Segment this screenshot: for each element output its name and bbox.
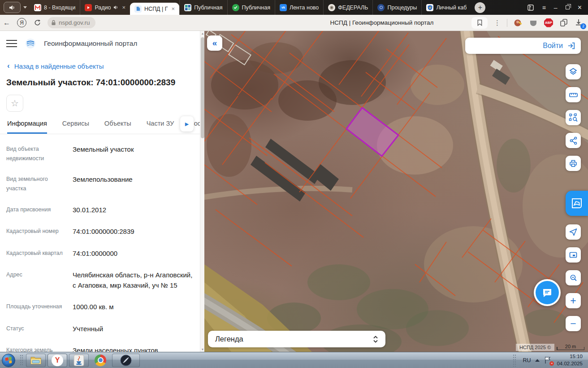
tab-title: Лента ново xyxy=(290,4,319,11)
extension-tabs-icon[interactable] xyxy=(559,18,568,27)
search-on-map-button[interactable] xyxy=(566,270,581,285)
panel-tabs: Информация Сервисы Объекты Части ЗУ Сост… xyxy=(0,112,200,134)
panel-scrollbar[interactable]: ▲ ▼ xyxy=(200,31,204,352)
tab-close-icon[interactable]: × xyxy=(122,4,125,11)
minus-icon: − xyxy=(570,318,576,330)
tray-date: 04.02.2025 xyxy=(557,360,583,368)
browser-window: 8 - Входящи Радио × НСПД | Г × xyxy=(0,0,588,368)
tab-audio-icon[interactable] xyxy=(113,5,118,10)
quill-app-icon xyxy=(120,355,132,366)
tab-mail[interactable]: 8 - Входящи xyxy=(30,0,80,15)
explorer-icon xyxy=(30,355,42,365)
extension-avatar-icon[interactable] xyxy=(514,18,523,27)
tab-title: Публичная xyxy=(194,4,222,11)
field-row: Площадь уточненная1000.00 кв. м xyxy=(6,296,194,318)
zoom-out-button[interactable]: − xyxy=(566,316,581,331)
collapse-panel-button[interactable]: « xyxy=(207,35,222,51)
taskbar-java-button[interactable] xyxy=(69,354,89,367)
window-close-button[interactable]: × xyxy=(578,4,582,11)
tab-services[interactable]: Сервисы xyxy=(62,120,89,134)
alert-badge: × xyxy=(549,361,554,366)
downloads-button[interactable]: 2 xyxy=(575,18,584,27)
taskbar-clock[interactable]: 15:10 04.02.2025 xyxy=(557,353,585,367)
action-center-flag-icon[interactable]: × xyxy=(544,356,552,364)
field-label: Вид земельного участка xyxy=(6,175,68,193)
extension-pocket-icon[interactable] xyxy=(529,18,538,27)
tab-pkk1[interactable]: Публичная xyxy=(179,0,227,15)
chat-widget-button[interactable] xyxy=(534,279,561,306)
tab-federal[interactable]: ФЕДЕРАЛЬ xyxy=(323,0,372,15)
windows-taskbar: Y RU xyxy=(0,352,588,368)
more-menu-icon[interactable]: ⋮ xyxy=(494,19,501,27)
taskbar-yandex-button[interactable]: Y xyxy=(48,354,67,367)
scale-bar: 20 m xyxy=(557,344,584,350)
global-mute-button[interactable] xyxy=(4,2,21,13)
share-button[interactable] xyxy=(566,133,581,148)
field-row: Вид объекта недвижимостиЗемельный участо… xyxy=(6,139,194,169)
tab-information[interactable]: Информация xyxy=(7,120,47,134)
minimap-button[interactable] xyxy=(566,247,581,263)
field-row: АдресЧелябинская область, р-н Агаповский… xyxy=(6,264,194,296)
tab-pkk2[interactable]: Публичная xyxy=(227,0,275,15)
info-panel: Геоинформационный портал ‹ Назад в найде… xyxy=(0,31,200,352)
layers-button[interactable] xyxy=(566,64,581,79)
favorite-button[interactable]: ☆ xyxy=(6,95,23,112)
id-shield-icon xyxy=(426,4,433,11)
browser-menu-icon[interactable]: ≡ xyxy=(542,4,546,11)
emblem-icon xyxy=(328,4,335,11)
nspd-basemap-button[interactable] xyxy=(566,191,588,216)
star-icon: ☆ xyxy=(11,98,19,109)
zoom-in-button[interactable]: + xyxy=(566,293,581,308)
field-value: Учтенный xyxy=(73,324,103,334)
window-minimize-button[interactable]: – xyxy=(554,4,558,11)
tab-news[interactable]: vk Лента ново xyxy=(275,0,323,15)
spatial-search-button[interactable] xyxy=(566,110,581,125)
yandex-icon[interactable]: Я xyxy=(17,18,26,27)
tab-procedures[interactable]: Процедуры xyxy=(372,0,421,15)
tab-title: Процедуры xyxy=(387,4,417,11)
satellite-layer xyxy=(204,31,588,352)
tab-parts[interactable]: Части ЗУ xyxy=(147,120,174,134)
tab-objects[interactable]: Объекты xyxy=(104,120,131,134)
field-value: 1000.00 кв. м xyxy=(73,302,114,312)
tray-expand-icon[interactable] xyxy=(535,359,540,362)
start-button[interactable] xyxy=(2,354,15,367)
window-restore-button[interactable] xyxy=(566,5,570,9)
download-count-badge: 2 xyxy=(580,23,586,29)
legend-label: Легенда xyxy=(215,335,243,343)
chevron-down-icon[interactable] xyxy=(23,6,27,9)
print-button[interactable] xyxy=(566,156,581,171)
tab-close-icon[interactable]: × xyxy=(172,5,175,12)
measure-button[interactable] xyxy=(566,87,581,102)
polygon-search-icon xyxy=(569,113,578,123)
bookmark-button[interactable] xyxy=(471,17,488,29)
adblock-plus-icon[interactable]: ABP xyxy=(544,18,553,27)
field-label: Дата присвоения xyxy=(6,205,68,215)
url-field[interactable]: nspd.gov.ru xyxy=(48,17,95,28)
tab-radio[interactable]: Радио × xyxy=(80,0,130,15)
tab-panels-icon[interactable] xyxy=(527,4,534,11)
legend-toggle[interactable]: Легенда xyxy=(208,331,385,347)
taskbar-chrome-button[interactable] xyxy=(91,354,110,367)
reload-icon[interactable] xyxy=(34,19,41,26)
tab-title: ФЕДЕРАЛЬ xyxy=(338,4,368,11)
menu-icon[interactable] xyxy=(6,40,17,47)
back-to-results-link[interactable]: ‹ Назад в найденные объекты xyxy=(0,49,200,70)
ruler-icon xyxy=(569,90,578,100)
field-label: Статус xyxy=(6,324,68,334)
language-indicator[interactable]: RU xyxy=(523,357,531,364)
back-icon[interactable]: ← xyxy=(0,19,13,27)
locate-button[interactable] xyxy=(566,224,581,240)
new-tab-button[interactable]: + xyxy=(475,2,485,13)
bookmark-icon xyxy=(477,19,483,26)
tab-account[interactable]: Личный каб xyxy=(421,0,471,15)
scrollbar-thumb[interactable] xyxy=(201,37,204,138)
map-canvas[interactable]: « Войти xyxy=(204,31,588,352)
tabs-scroll-right-button[interactable]: ▶ xyxy=(180,116,194,131)
taskbar-app-button[interactable] xyxy=(112,354,140,367)
tab-nspd-active[interactable]: НСПД | Г × xyxy=(130,3,179,15)
login-button[interactable]: Войти xyxy=(465,38,581,54)
share-icon xyxy=(569,136,578,145)
field-label: Кадастровый номер xyxy=(6,227,68,237)
taskbar-explorer-button[interactable] xyxy=(26,354,46,367)
